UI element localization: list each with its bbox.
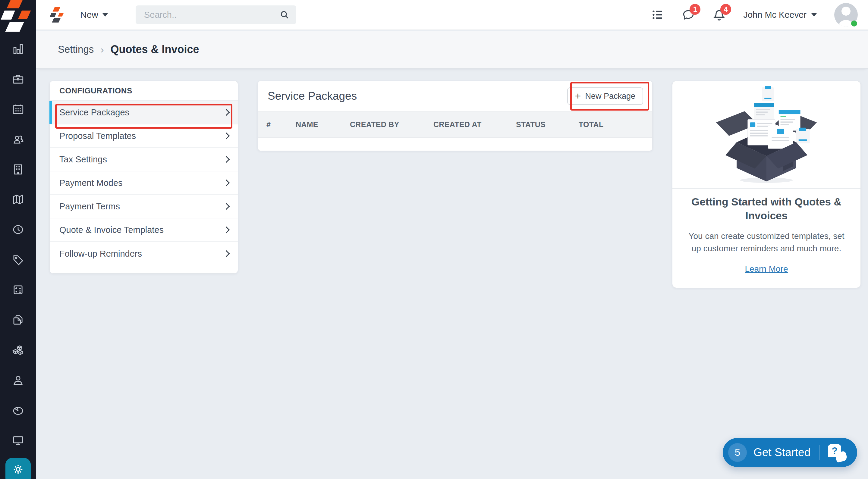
column-total: TOTAL <box>579 120 652 129</box>
chevron-down-icon <box>102 13 108 17</box>
getting-started-title: Getting Started with Quotes & Invoices <box>684 195 849 222</box>
calendar-icon <box>12 103 24 116</box>
getting-started-body: You can create customized templates, set… <box>684 230 849 255</box>
chevron-right-icon <box>223 109 230 116</box>
notifications-button[interactable]: 4 <box>712 8 726 21</box>
sidebar-item-pricebook[interactable] <box>0 245 36 275</box>
breadcrumb-separator: › <box>100 44 104 56</box>
sidebar-item-time[interactable] <box>0 215 36 245</box>
clock-icon <box>12 223 24 236</box>
chevron-down-icon <box>811 13 817 17</box>
get-started-button[interactable]: 5 Get Started ? <box>723 438 857 467</box>
tag-icon <box>12 253 24 266</box>
sidebar-item-devices[interactable] <box>0 425 36 455</box>
config-item-follow-up-reminders[interactable]: Follow-up Reminders <box>50 242 238 265</box>
sidebar-item-estimates[interactable] <box>0 275 36 305</box>
avatar[interactable] <box>834 3 858 27</box>
chevron-right-icon <box>223 203 230 210</box>
get-started-label: Get Started <box>753 446 810 459</box>
app-logo-icon <box>0 0 36 33</box>
learn-more-link[interactable]: Learn More <box>745 264 788 274</box>
pie-chart-icon <box>12 404 24 417</box>
sidebar-logo[interactable] <box>0 0 36 30</box>
plus-icon: + <box>575 91 581 101</box>
brand-logo[interactable] <box>50 6 66 23</box>
chevron-right-icon <box>223 180 230 187</box>
messages-badge: 1 <box>689 4 701 15</box>
service-packages-panel: Service Packages + New Package # NAME CR… <box>258 81 652 151</box>
sidebar-item-reports[interactable] <box>0 395 36 425</box>
new-package-button[interactable]: + New Package <box>567 87 643 105</box>
column-created-by: CREATED BY <box>350 120 433 129</box>
chevron-right-icon <box>223 133 230 139</box>
briefcase-icon <box>12 73 24 85</box>
getting-started-content: Getting Started with Quotes & Invoices Y… <box>673 189 861 274</box>
service-packages-title: Service Packages <box>268 90 357 102</box>
page-title: Quotes & Invoice <box>111 43 199 56</box>
configurations-panel: CONFIGURATIONS Service Packages Proposal… <box>50 81 238 274</box>
user-name: John Mc Keever <box>743 10 807 20</box>
column-number: # <box>267 120 296 129</box>
configurations-header: CONFIGURATIONS <box>50 81 238 101</box>
calculator-icon <box>12 284 24 296</box>
building-icon <box>12 163 24 175</box>
column-name: NAME <box>296 120 350 129</box>
sidebar-item-company[interactable] <box>0 154 36 184</box>
table-empty-body <box>258 138 652 151</box>
gear-icon <box>11 463 25 476</box>
team-icon <box>12 133 24 146</box>
app-logo-icon <box>50 6 66 23</box>
sidebar-nav <box>0 34 36 455</box>
messages-button[interactable]: 1 <box>682 8 695 21</box>
get-started-count-badge: 5 <box>728 443 747 462</box>
monitor-icon <box>12 434 24 447</box>
config-item-quote-invoice-templates[interactable]: Quote & Invoice Templates <box>50 218 238 242</box>
sidebar-item-jobs[interactable] <box>0 64 36 94</box>
map-icon <box>12 193 24 206</box>
chevron-right-icon <box>223 250 230 257</box>
topbar: New 1 4 <box>36 0 868 30</box>
config-item-service-packages[interactable]: Service Packages <box>50 101 238 124</box>
breadcrumb-settings[interactable]: Settings <box>58 44 94 55</box>
chevron-right-icon <box>223 156 230 163</box>
documents-icon <box>12 314 24 326</box>
user-menu[interactable]: John Mc Keever <box>743 10 817 20</box>
table-header-row: # NAME CREATED BY CREATED AT STATUS TOTA… <box>258 111 652 138</box>
sidebar-item-packages[interactable] <box>0 335 36 365</box>
getting-started-card: Getting Started with Quotes & Invoices Y… <box>672 81 861 288</box>
chevron-right-icon <box>223 227 230 233</box>
search-icon[interactable] <box>279 10 290 20</box>
sidebar-item-dashboard[interactable] <box>0 34 36 64</box>
sidebar-item-map[interactable] <box>0 184 36 215</box>
config-item-proposal-templates[interactable]: Proposal Templates <box>50 124 238 148</box>
new-dropdown-label: New <box>80 10 98 20</box>
activity-list-button[interactable] <box>651 8 664 21</box>
service-packages-header: Service Packages + New Package <box>258 81 652 111</box>
packages-icon <box>12 344 24 356</box>
sidebar-item-calendar[interactable] <box>0 94 36 124</box>
sidebar <box>0 0 36 479</box>
topbar-actions: 1 4 John Mc Keever <box>651 3 868 27</box>
sidebar-item-customers[interactable] <box>0 124 36 154</box>
new-dropdown[interactable]: New <box>80 10 108 20</box>
column-status: STATUS <box>516 120 579 129</box>
sidebar-item-users[interactable] <box>0 365 36 395</box>
bar-chart-icon <box>12 42 24 55</box>
list-icon <box>651 8 664 21</box>
config-item-tax-settings[interactable]: Tax Settings <box>50 148 238 171</box>
divider <box>819 445 819 460</box>
person-icon <box>12 374 24 386</box>
config-item-payment-modes[interactable]: Payment Modes <box>50 171 238 195</box>
notifications-badge: 4 <box>720 4 731 15</box>
search-input[interactable] <box>135 5 296 24</box>
config-item-payment-terms[interactable]: Payment Terms <box>50 195 238 218</box>
sidebar-item-settings[interactable] <box>5 458 31 479</box>
new-package-label: New Package <box>585 92 635 101</box>
open-box-illustration-icon <box>709 85 824 184</box>
help-icon[interactable]: ? <box>827 444 846 461</box>
breadcrumb: Settings › Quotes & Invoice <box>36 31 868 69</box>
sidebar-item-documents[interactable] <box>0 305 36 335</box>
global-search <box>135 5 296 24</box>
getting-started-illustration <box>673 81 861 189</box>
online-status-dot <box>851 21 857 27</box>
